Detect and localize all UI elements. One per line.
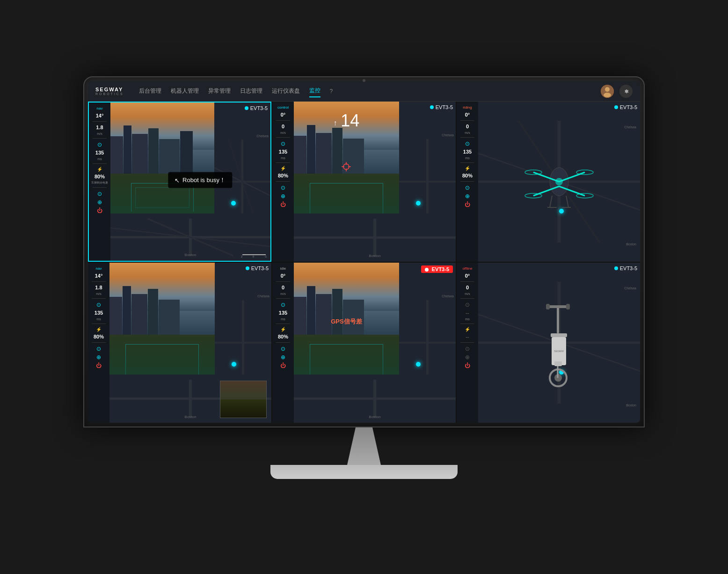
cell-2-power-icon[interactable]: ⏻ — [280, 201, 286, 208]
navbar: SEGWAY ROBOTICS 后台管理 机器人管理 异常管理 日志管理 运行仪… — [88, 81, 640, 102]
cell-6-header: EVT3-5 — [614, 265, 637, 271]
cell-3-main: Boston Chelsea — [478, 102, 640, 262]
nav-item-anomaly[interactable]: 异常管理 — [208, 85, 231, 97]
svg-text:SEGWAY: SEGWAY — [554, 350, 564, 353]
cell-1-busy-popup: ↖ Robot is busy！ — [168, 172, 232, 188]
cell-1-map-bottom: Boston 2 0 -1 — [110, 213, 270, 261]
cell-2-cam-icon[interactable]: ⊙ — [281, 184, 285, 191]
cell-3-ms: 135 — [463, 149, 472, 155]
cell-4-signal-icon: ⊙ — [96, 302, 101, 308]
speed-num: 14 — [341, 111, 359, 130]
crosshair — [342, 162, 351, 173]
svg-point-2 — [604, 93, 611, 97]
cell-6-robot: SEGWAY — [478, 263, 640, 423]
road2-grid — [310, 183, 383, 214]
cell-2-main: ↑ 14 — [294, 102, 456, 262]
cell-6-nav-val: 0° — [465, 273, 470, 279]
cell-5-gps-warning: GPS信号差 — [331, 317, 362, 326]
cell-5-speed-unit: m/s — [280, 292, 285, 295]
cell-1-dot — [245, 106, 248, 110]
cell-4-cam-icon[interactable]: ⊙ — [96, 346, 101, 352]
svg-rect-52 — [566, 304, 570, 309]
cell-3-header: EVT3-5 — [614, 104, 637, 110]
cell-3[interactable]: riding 0° 0 m/s ⊙ 135 ms ⚡ 80% ⊙ — [457, 102, 640, 262]
cell-2-signal-icon: ⊙ — [281, 140, 285, 147]
cell-3-status: riding — [463, 105, 472, 110]
cell-5-ms-unit: ms — [281, 317, 285, 321]
avatar[interactable] — [601, 85, 614, 98]
cell-6-cam-icon[interactable]: ⊙ — [465, 346, 470, 352]
cell-2-battery-icon: ⚡ — [280, 166, 286, 171]
cell-4-battery: 80% — [94, 334, 104, 339]
cell-6[interactable]: offline 0° 0 m/s ⊙ -- ms ⚡ -- ⊙ — [457, 263, 640, 423]
thumbnail-road — [220, 399, 266, 418]
nav-item-monitor[interactable]: 监控 — [309, 85, 320, 97]
cell-6-zoom-icon[interactable]: ⊕ — [465, 354, 470, 361]
cell-2[interactable]: control 0° 0 m/s ⊙ 135 ms ⚡ 80% ⊙ — [272, 102, 456, 262]
cell-6-battery-icon: ⚡ — [465, 327, 470, 332]
cell-2-camera: ↑ 14 — [294, 102, 399, 222]
cell-5[interactable]: idle 0° 0 m/s ⊙ 135 ms ⚡ 80% ⊙ — [272, 263, 456, 423]
cell-6-power-icon[interactable]: ⏻ — [465, 362, 470, 369]
svg-rect-59 — [554, 361, 562, 366]
nav-item-log[interactable]: 日志管理 — [240, 85, 262, 97]
road4-grid — [125, 344, 199, 375]
cell-4[interactable]: nav 14° 1.8 m/s ⊙ 135 ms ⚡ 80% ⊙ — [88, 263, 271, 423]
cell-3-ms-unit: ms — [465, 156, 469, 160]
buildings — [110, 120, 214, 174]
cell-3-power-icon[interactable]: ⏻ — [465, 201, 470, 208]
monitor-base — [270, 465, 458, 479]
grid-container: nav 14° 1.8 m/s ⊙ 135 ms ⚡ 80% 车辆剩余电量 — [88, 102, 640, 423]
cell-1-map-dot — [231, 201, 236, 206]
scale-num-2: 0 — [253, 255, 254, 258]
cell-1[interactable]: nav 14° 1.8 m/s ⊙ 135 ms ⚡ 80% 车辆剩余电量 — [88, 102, 271, 262]
nav-item-robot[interactable]: 机器人管理 — [171, 85, 199, 97]
cursor-icon: ↖ — [175, 177, 180, 184]
up-arrow: ↑ — [334, 119, 337, 127]
cell-3-zoom-icon[interactable]: ⊕ — [465, 193, 470, 199]
cell-1-id: EVT3-5 — [250, 105, 268, 111]
cell-1-power-icon[interactable]: ⏻ — [97, 207, 102, 214]
cell-4-header: EVT3-5 — [246, 265, 269, 271]
settings-button[interactable] — [619, 85, 633, 98]
cell-4-camera — [109, 263, 215, 383]
cell-4-boston-label: Boston — [185, 415, 197, 419]
scale-num-3: -1 — [264, 255, 267, 258]
cell-3-cam-icon[interactable]: ⊙ — [465, 184, 470, 191]
cell-1-cam-icon[interactable]: ⊙ — [97, 191, 102, 197]
cell-1-battery: 80% — [95, 174, 105, 179]
cell-6-status: offline — [462, 266, 472, 271]
scale-num-1: 2 — [241, 255, 242, 258]
scooter-svg: SEGWAY — [531, 296, 587, 390]
nav-item-dashboard[interactable]: 运行仪表盘 — [272, 85, 300, 97]
nav-items: 后台管理 机器人管理 异常管理 日志管理 运行仪表盘 监控 ? — [139, 85, 590, 97]
cell-2-battery: 80% — [278, 173, 288, 178]
cell-4-power-icon[interactable]: ⏻ — [96, 362, 102, 369]
cell-1-status: nav — [97, 106, 103, 111]
cell-4-status: nav — [96, 266, 102, 271]
cell-1-battery-icon: ⚡ — [97, 167, 102, 172]
cell-6-speed: 0 — [466, 285, 469, 290]
cell-4-speed: 1.8 — [95, 285, 102, 290]
cell-5-header: EVT3-5 — [421, 265, 453, 273]
cell-1-header: EVT3-5 — [245, 105, 268, 111]
cell-2-chelsea: Chelsea — [442, 133, 454, 137]
svg-rect-51 — [546, 304, 550, 309]
help-icon[interactable]: ? — [330, 88, 333, 95]
cell-5-cam-icon[interactable]: ⊙ — [281, 346, 285, 352]
cell-1-zoom-icon[interactable]: ⊕ — [97, 199, 102, 206]
cell-5-zoom-icon[interactable]: ⊕ — [281, 354, 285, 361]
cell-5-power-icon[interactable]: ⏻ — [280, 362, 286, 369]
camera-dot — [363, 79, 365, 82]
screen: SEGWAY ROBOTICS 后台管理 机器人管理 异常管理 日志管理 运行仪… — [88, 81, 640, 423]
cell-2-dot-header — [430, 105, 434, 109]
cell-2-status: control — [277, 105, 289, 110]
cell-3-battery: 80% — [462, 173, 473, 178]
cell-4-zoom-icon[interactable]: ⊕ — [96, 354, 101, 361]
cell-2-ms: 135 — [279, 149, 287, 155]
cell-5-id: EVT3-5 — [432, 266, 449, 272]
cell-3-status-dot — [614, 105, 618, 109]
cell-5-map-bottom: Boston — [294, 375, 456, 423]
cell-2-zoom-icon[interactable]: ⊕ — [281, 193, 285, 199]
nav-item-backend[interactable]: 后台管理 — [139, 85, 161, 97]
